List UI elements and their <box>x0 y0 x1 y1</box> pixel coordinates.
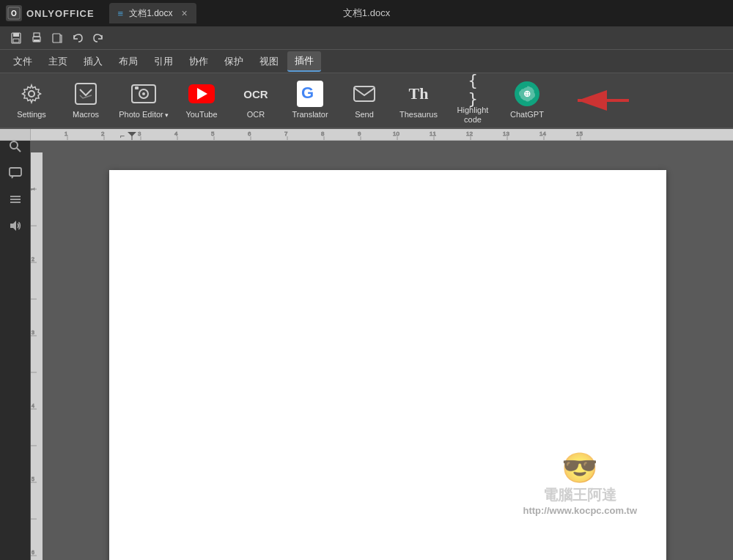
plugin-btn-macros[interactable]: Macros <box>60 76 111 125</box>
svg-text:14: 14 <box>539 130 546 137</box>
menu-item-collaborate[interactable]: 协作 <box>182 52 216 71</box>
svg-point-9 <box>29 91 34 97</box>
menu-item-layout[interactable]: 布局 <box>111 52 145 71</box>
doc-tab[interactable]: ≡ 文档1.docx × <box>109 3 196 23</box>
photo-editor-icon <box>130 81 157 107</box>
plugin-btn-ocr[interactable]: OCR OCR <box>230 76 281 125</box>
menu-item-references[interactable]: 引用 <box>147 52 180 71</box>
undo-button[interactable] <box>69 29 86 47</box>
svg-text:G: G <box>301 84 314 102</box>
youtube-icon <box>188 81 215 107</box>
translator-icon: G <box>297 81 323 107</box>
chatgpt-icon-inner: ⊕ <box>515 81 539 106</box>
svg-text:4: 4 <box>174 130 178 137</box>
svg-text:12: 12 <box>466 130 473 137</box>
menu-item-view[interactable]: 视图 <box>252 52 286 71</box>
menu-item-file[interactable]: 文件 <box>6 52 40 71</box>
print-preview-button[interactable] <box>48 29 66 47</box>
title-center: 文档1.docx <box>343 7 390 20</box>
svg-text:1: 1 <box>31 188 35 191</box>
plugin-btn-chatgpt[interactable]: ⊕ ChatGPT <box>501 76 553 125</box>
plugin-btn-chatgpt-label: ChatGPT <box>510 110 544 119</box>
svg-text:7: 7 <box>284 130 288 137</box>
svg-rect-6 <box>34 33 40 37</box>
plugin-btn-photo-editor[interactable]: Photo Editor ▾ <box>114 76 173 125</box>
svg-text:5: 5 <box>211 130 215 137</box>
sidebar-icon-speaker[interactable] <box>4 214 27 237</box>
svg-marker-25 <box>10 221 16 231</box>
logo-icon: O <box>6 5 22 21</box>
svg-rect-8 <box>53 34 60 43</box>
plugin-btn-photo-editor-label: Photo Editor ▾ <box>119 110 169 119</box>
macros-icon <box>73 81 99 107</box>
svg-text:15: 15 <box>576 130 583 137</box>
svg-text:2: 2 <box>32 257 34 262</box>
ruler-corner <box>0 129 31 141</box>
plugin-toolbar: Settings Macros Photo Editor ▾ <box>0 73 733 129</box>
title-bar: O ONLYOFFICE ≡ 文档1.docx × 文档1.docx <box>0 0 733 26</box>
plugin-btn-thesaurus-label: Thesaurus <box>399 110 438 119</box>
plugin-btn-translator[interactable]: G Translator <box>284 76 336 125</box>
menu-item-home[interactable]: 主页 <box>41 52 75 71</box>
save-button[interactable] <box>7 29 25 47</box>
svg-text:O: O <box>11 10 17 18</box>
svg-rect-7 <box>34 40 40 42</box>
svg-rect-16 <box>354 86 375 101</box>
tab-close-button[interactable]: × <box>182 7 188 19</box>
plugin-btn-ocr-label: OCR <box>247 110 265 119</box>
arrow-svg <box>563 82 636 119</box>
thesaurus-icon: Th <box>405 81 432 107</box>
svg-text:3: 3 <box>32 330 34 335</box>
plugin-btn-settings[interactable]: Settings <box>6 76 57 125</box>
tab-area: ≡ 文档1.docx × <box>109 3 727 23</box>
menu-bar: 文件 主页 插入 布局 引用 协作 保护 视图 插件 <box>0 50 733 73</box>
plugin-btn-highlight-code[interactable]: { } Highlight code <box>447 76 498 125</box>
arrow-annotation <box>563 82 636 119</box>
svg-text:5: 5 <box>32 476 34 482</box>
main-content-area: 1 2 3 4 5 6 7 8 9 10 11 12 13 14 15 ⌐ <box>31 129 733 560</box>
send-icon <box>351 81 377 107</box>
svg-text:6: 6 <box>248 130 251 137</box>
plugin-btn-macros-label: Macros <box>73 110 99 119</box>
doc-page[interactable] <box>109 170 666 560</box>
chatgpt-icon: ⊕ <box>514 81 540 107</box>
plugin-btn-send-label: Send <box>355 110 374 119</box>
svg-text:3: 3 <box>138 130 141 137</box>
plugin-btn-thesaurus[interactable]: Th Thesaurus <box>393 76 444 125</box>
menu-item-insert[interactable]: 插入 <box>76 52 110 71</box>
plugin-btn-youtube-label: YouTube <box>185 110 217 119</box>
print-button[interactable] <box>28 29 45 47</box>
plugin-btn-highlight-code-label: Highlight code <box>457 106 489 125</box>
youtube-icon-inner <box>188 84 215 103</box>
svg-text:⊕: ⊕ <box>523 89 531 99</box>
svg-line-20 <box>17 148 21 152</box>
menu-item-plugins[interactable]: 插件 <box>287 51 321 72</box>
svg-text:13: 13 <box>503 130 509 137</box>
svg-text:4: 4 <box>32 403 34 408</box>
sidebar-icon-comment[interactable] <box>4 161 27 185</box>
highlight-code-icon: { } <box>460 76 486 103</box>
redo-button[interactable] <box>89 29 107 47</box>
plugin-btn-translator-label: Translator <box>292 110 328 119</box>
sidebar-icon-list[interactable] <box>4 188 27 211</box>
plugin-btn-youtube[interactable]: YouTube <box>176 76 227 125</box>
svg-rect-26 <box>31 129 733 141</box>
svg-rect-4 <box>13 39 19 43</box>
svg-text:2: 2 <box>101 130 105 137</box>
svg-text:11: 11 <box>430 130 436 137</box>
quick-access-bar <box>0 26 733 50</box>
svg-text:9: 9 <box>358 130 361 137</box>
ruler-vertical: 1 2 3 4 5 6 <box>31 152 43 560</box>
left-sidebar <box>0 129 31 560</box>
svg-text:10: 10 <box>393 130 399 137</box>
svg-rect-10 <box>75 84 96 104</box>
svg-point-19 <box>10 141 18 149</box>
svg-rect-14 <box>135 86 139 89</box>
youtube-play-icon <box>197 88 207 100</box>
svg-rect-21 <box>10 168 21 176</box>
doc-tab-label: 文档1.docx <box>129 7 172 20</box>
doc-canvas: 1 2 3 4 5 6 😎 <box>31 141 733 560</box>
menu-item-protect[interactable]: 保护 <box>217 52 251 71</box>
plugin-btn-send[interactable]: Send <box>339 76 390 125</box>
window-title: 文档1.docx <box>343 7 390 18</box>
